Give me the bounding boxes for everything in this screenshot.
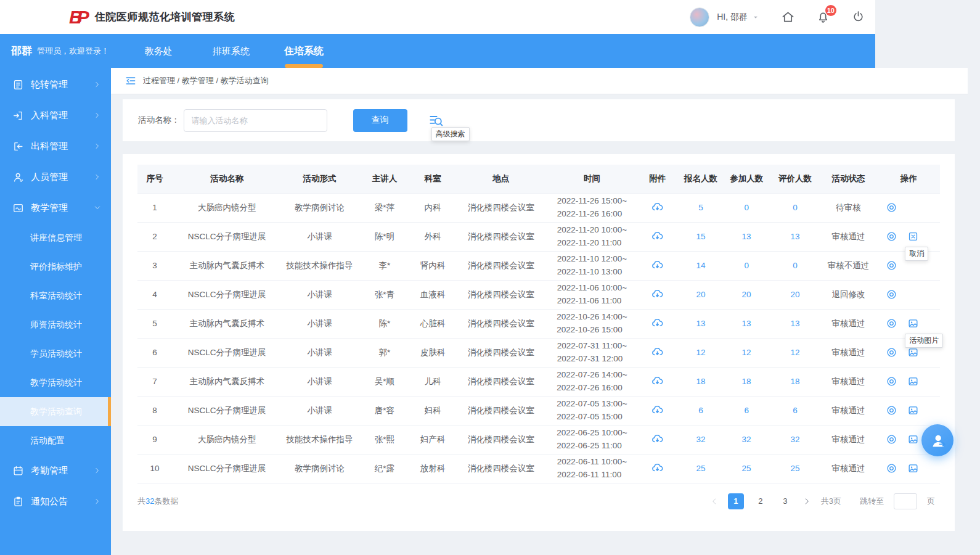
cell-evaluate-count[interactable]: 13 bbox=[770, 222, 819, 251]
avatar[interactable] bbox=[690, 7, 709, 27]
sidebar-subitem-讲座信息管理[interactable]: 讲座信息管理 bbox=[0, 223, 111, 252]
cell-attend-count[interactable]: 20 bbox=[722, 280, 770, 309]
attachment-download[interactable] bbox=[637, 288, 677, 301]
cell-signup-count[interactable]: 12 bbox=[679, 338, 722, 367]
jump-page-input[interactable] bbox=[894, 493, 917, 509]
cell-signup-count[interactable]: 18 bbox=[679, 367, 722, 396]
cell-evaluate-count[interactable]: 20 bbox=[770, 280, 819, 309]
nav-tab-教务处[interactable]: 教务处 bbox=[122, 34, 195, 68]
cell-attend-count[interactable]: 12 bbox=[722, 338, 770, 367]
cell-signup-count[interactable]: 15 bbox=[679, 222, 722, 251]
sidebar-item-轮转管理[interactable]: 轮转管理 bbox=[0, 69, 111, 100]
attachment-download[interactable] bbox=[637, 433, 677, 446]
page-summary: 共3页 bbox=[821, 496, 841, 507]
cell-attend-count[interactable]: 13 bbox=[722, 309, 770, 338]
cell-attend-count[interactable]: 25 bbox=[722, 454, 770, 483]
image-icon bbox=[907, 434, 919, 445]
cell-evaluate-count[interactable]: 12 bbox=[770, 338, 819, 367]
cell-attend-count[interactable]: 0 bbox=[722, 251, 770, 280]
view-button[interactable] bbox=[886, 260, 897, 271]
cell-attend-count[interactable]: 13 bbox=[722, 222, 770, 251]
attachment-download[interactable] bbox=[637, 375, 677, 388]
logout-power-icon[interactable] bbox=[851, 10, 865, 24]
attachment-download[interactable] bbox=[637, 230, 677, 243]
page-number-3[interactable]: 3 bbox=[777, 493, 793, 509]
cell-evaluate-count[interactable]: 32 bbox=[770, 425, 819, 454]
sidebar-subitem-活动配置[interactable]: 活动配置 bbox=[0, 426, 111, 455]
cell-evaluate-count[interactable]: 0 bbox=[770, 193, 819, 222]
cell-signup-count[interactable]: 5 bbox=[679, 193, 722, 222]
view-button[interactable] bbox=[886, 231, 897, 242]
view-button[interactable] bbox=[886, 347, 897, 358]
view-button[interactable] bbox=[886, 434, 897, 445]
sidebar-subitem-学员活动统计[interactable]: 学员活动统计 bbox=[0, 339, 111, 368]
sidebar-subitem-评价指标维护[interactable]: 评价指标维护 bbox=[0, 252, 111, 281]
cell-signup-count[interactable]: 13 bbox=[679, 309, 722, 338]
cloud-download-icon bbox=[651, 462, 664, 475]
sidebar-item-通知公告[interactable]: 通知公告 bbox=[0, 486, 111, 517]
view-button[interactable] bbox=[886, 462, 897, 474]
collapse-menu-icon[interactable] bbox=[125, 75, 137, 87]
activity-image-button[interactable]: 活动图片 bbox=[907, 318, 919, 329]
view-button[interactable] bbox=[886, 202, 897, 213]
cell-attend-count[interactable]: 0 bbox=[722, 193, 770, 222]
attachment-download[interactable] bbox=[637, 346, 677, 359]
cell-attend-count[interactable]: 18 bbox=[722, 367, 770, 396]
view-button[interactable] bbox=[886, 318, 897, 329]
view-button[interactable] bbox=[886, 376, 897, 387]
sidebar-item-考勤管理[interactable]: 考勤管理 bbox=[0, 455, 111, 486]
cell-evaluate-count[interactable]: 0 bbox=[770, 251, 819, 280]
query-button[interactable]: 查询 bbox=[353, 109, 407, 132]
view-button[interactable] bbox=[886, 289, 897, 300]
sidebar-item-入科管理[interactable]: 入科管理 bbox=[0, 100, 111, 131]
cancel-button[interactable]: 取消 bbox=[907, 231, 919, 242]
nav-tab-住培系统[interactable]: 住培系统 bbox=[267, 34, 340, 68]
attachment-download[interactable] bbox=[637, 462, 677, 475]
sidebar-item-出科管理[interactable]: 出科管理 bbox=[0, 131, 111, 162]
attachment-download[interactable] bbox=[637, 201, 677, 214]
cell-attend-count[interactable]: 6 bbox=[722, 396, 770, 425]
bell-icon[interactable]: 10 bbox=[816, 10, 830, 24]
user-menu[interactable]: HI, 邵群 bbox=[717, 12, 760, 23]
sidebar-subitem-科室活动统计[interactable]: 科室活动统计 bbox=[0, 281, 111, 310]
sidebar-subitem-师资活动统计[interactable]: 师资活动统计 bbox=[0, 310, 111, 339]
attachment-download[interactable] bbox=[637, 259, 677, 272]
advanced-search-icon[interactable]: 高级搜索 bbox=[428, 112, 444, 128]
sidebar-item-人员管理[interactable]: 人员管理 bbox=[0, 162, 111, 192]
nav-tab-排班系统[interactable]: 排班系统 bbox=[195, 34, 267, 68]
page-number-1[interactable]: 1 bbox=[728, 493, 744, 509]
activity-image-button[interactable] bbox=[907, 376, 919, 387]
cell-evaluate-count[interactable]: 18 bbox=[770, 367, 819, 396]
cell-signup-count[interactable]: 25 bbox=[679, 454, 722, 483]
cell-activity-name: NSCLC分子病理进展 bbox=[172, 280, 282, 309]
activity-image-button[interactable] bbox=[907, 347, 919, 358]
sidebar-item-教学管理[interactable]: 教学管理 bbox=[0, 192, 111, 223]
sidebar-subitem-教学活动查询[interactable]: 教学活动查询 bbox=[0, 397, 111, 426]
activity-image-button[interactable] bbox=[907, 434, 919, 445]
home-icon[interactable] bbox=[781, 10, 795, 24]
cloud-download-icon bbox=[651, 259, 664, 272]
cell-signup-count[interactable]: 6 bbox=[679, 396, 722, 425]
prev-page-icon[interactable] bbox=[710, 497, 719, 506]
cell-time: 2022-07-05 13:00~2022-07-05 15:00 bbox=[549, 396, 636, 425]
cloud-download-icon bbox=[651, 433, 664, 446]
notice-icon bbox=[12, 496, 24, 508]
view-button[interactable] bbox=[886, 405, 897, 416]
attachment-download[interactable] bbox=[637, 404, 677, 417]
cell-evaluate-count[interactable]: 6 bbox=[770, 396, 819, 425]
cell-evaluate-count[interactable]: 25 bbox=[770, 454, 819, 483]
cell-signup-count[interactable]: 20 bbox=[679, 280, 722, 309]
page-number-2[interactable]: 2 bbox=[753, 493, 769, 509]
sidebar-subitem-教学活动统计[interactable]: 教学活动统计 bbox=[0, 368, 111, 397]
activity-image-button[interactable] bbox=[907, 462, 919, 474]
attachment-download[interactable] bbox=[637, 317, 677, 330]
switch-role-fab[interactable] bbox=[921, 424, 953, 456]
image-icon bbox=[907, 405, 919, 416]
next-page-icon[interactable] bbox=[802, 497, 811, 506]
cell-evaluate-count[interactable]: 13 bbox=[770, 309, 819, 338]
cell-attend-count[interactable]: 32 bbox=[722, 425, 770, 454]
activity-image-button[interactable] bbox=[907, 405, 919, 416]
cell-signup-count[interactable]: 32 bbox=[679, 425, 722, 454]
activity-name-input[interactable] bbox=[184, 109, 327, 132]
cell-signup-count[interactable]: 14 bbox=[679, 251, 722, 280]
